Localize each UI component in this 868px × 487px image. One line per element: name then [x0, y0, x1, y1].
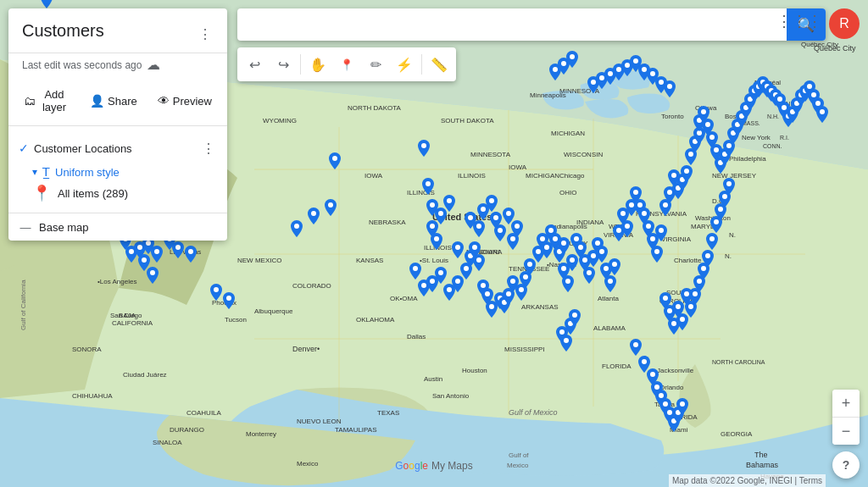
map-pin[interactable] [409, 263, 421, 279]
map-pin[interactable] [604, 275, 616, 292]
svg-text:Dallas: Dallas [407, 333, 426, 340]
map-pin[interactable] [486, 195, 498, 212]
map-pin[interactable] [706, 233, 718, 250]
map-pin[interactable] [596, 246, 608, 263]
map-pin[interactable] [630, 339, 642, 356]
map-pin[interactable] [560, 335, 572, 351]
svg-text:Bahamas: Bahamas [746, 461, 779, 469]
map-pin[interactable] [308, 208, 320, 224]
svg-text:TAMAULIPAS: TAMAULIPAS [335, 426, 377, 434]
search-input[interactable] [237, 18, 787, 31]
map-pin[interactable] [583, 267, 595, 284]
map-pin[interactable] [325, 199, 337, 216]
map-pin[interactable] [569, 309, 581, 326]
svg-text:COLORADO: COLORADO [292, 282, 331, 290]
map-pin[interactable] [609, 258, 620, 275]
my-maps-text: My Maps [431, 460, 473, 472]
draw-line-button[interactable]: ⚡ [391, 51, 418, 78]
svg-point-175 [565, 279, 570, 284]
map-pin[interactable] [172, 241, 184, 258]
zoom-controls: + − [832, 390, 860, 445]
svg-text:ARKANSAS: ARKANSAS [521, 303, 559, 311]
user-avatar[interactable]: R [829, 8, 860, 39]
svg-text:SINALOA: SINALOA [153, 439, 182, 446]
grid-icon[interactable]: ⋮⋮⋮ [776, 12, 822, 30]
map-pin[interactable] [621, 220, 633, 237]
map-pin[interactable] [435, 267, 447, 284]
svg-point-137 [455, 245, 460, 250]
svg-text:Houston: Houston [462, 367, 487, 374]
zoom-in-button[interactable]: + [832, 390, 860, 417]
svg-point-180 [587, 270, 592, 275]
map-pin[interactable] [41, 0, 53, 8]
svg-text:GEORGIA: GEORGIA [721, 430, 753, 438]
svg-text:SOUTH DAKOTA: SOUTH DAKOTA [441, 117, 494, 125]
map-pin[interactable] [562, 275, 574, 292]
map-pin[interactable] [422, 178, 434, 195]
share-button[interactable]: 👤 Share [81, 83, 146, 119]
map-pin[interactable] [418, 140, 430, 157]
map-pin[interactable] [329, 152, 341, 169]
map-pin[interactable] [443, 195, 455, 212]
svg-text:Jacksonville: Jacksonville [657, 367, 694, 374]
svg-text:FLORIDA: FLORIDA [602, 362, 632, 370]
svg-point-183 [599, 249, 604, 254]
google-branding: Google My Maps [395, 460, 472, 472]
base-map-expand-icon[interactable]: — [19, 220, 32, 234]
map-pin[interactable] [473, 220, 485, 237]
cloud-icon: ☁ [147, 57, 160, 73]
svg-point-265 [726, 181, 732, 186]
svg-point-117 [142, 257, 147, 263]
preview-icon: 👁 [158, 94, 170, 108]
pan-button[interactable]: ✋ [304, 51, 331, 78]
map-pin[interactable] [431, 233, 442, 250]
svg-point-139 [476, 224, 481, 229]
map-pin[interactable] [676, 398, 688, 415]
more-options-button[interactable]: ⋮ [193, 22, 217, 46]
map-pin[interactable] [223, 292, 235, 309]
map-pin[interactable] [511, 220, 523, 237]
map-attribution: Map data ©2022 Google, INEGI | Terms [669, 474, 826, 487]
map-pin[interactable] [452, 241, 464, 258]
map-pin[interactable] [558, 237, 570, 254]
map-pin[interactable] [723, 178, 735, 195]
map-pin[interactable] [566, 51, 578, 68]
map-pin[interactable] [210, 284, 222, 301]
svg-text:Denver•: Denver• [292, 345, 320, 353]
action-bar: 🗂 Add layer 👤 Share 👁 Preview [8, 80, 227, 126]
map-pin[interactable] [185, 246, 197, 263]
svg-point-122 [175, 245, 181, 250]
svg-text:Québec City: Québec City [814, 44, 856, 53]
map-pin[interactable] [473, 254, 485, 271]
svg-text:IOWA: IOWA [509, 163, 527, 171]
map-pin[interactable] [651, 246, 663, 263]
map-pin[interactable] [151, 246, 163, 263]
svg-text:INDIANA: INDIANA [576, 219, 604, 226]
add-layer-button[interactable]: 🗂 Add layer [15, 83, 78, 119]
undo-button[interactable]: ↩ [241, 51, 268, 78]
svg-text:OK•OMA: OK•OMA [390, 295, 418, 302]
zoom-out-button[interactable]: − [832, 418, 860, 445]
draw-shape-button[interactable]: ✏ [362, 51, 389, 78]
ruler-button[interactable]: 📏 [426, 51, 453, 78]
preview-button[interactable]: 👁 Preview [149, 83, 220, 119]
toolbar-separator-2 [421, 54, 422, 75]
placemark-button[interactable]: 📍 [333, 51, 360, 78]
svg-text:Mexico: Mexico [297, 460, 319, 468]
map-pin[interactable] [291, 220, 303, 237]
map-pin[interactable] [494, 224, 506, 241]
svg-point-158 [485, 291, 490, 296]
svg-text:Chicago: Chicago [559, 172, 585, 180]
svg-point-178 [578, 245, 583, 250]
map-pin[interactable] [816, 106, 828, 123]
map-pin[interactable] [664, 80, 676, 97]
uniform-style-link[interactable]: Uniform style [55, 166, 120, 179]
map-pin[interactable] [702, 250, 714, 267]
help-button[interactable]: ? [832, 451, 860, 479]
layer-options-button[interactable]: ⋮ [197, 136, 220, 160]
map-pin[interactable] [147, 267, 159, 284]
sidebar-title: Customers [22, 20, 104, 41]
map-pin[interactable] [681, 165, 693, 182]
map-pin[interactable] [655, 224, 667, 241]
redo-button[interactable]: ↪ [270, 51, 297, 78]
